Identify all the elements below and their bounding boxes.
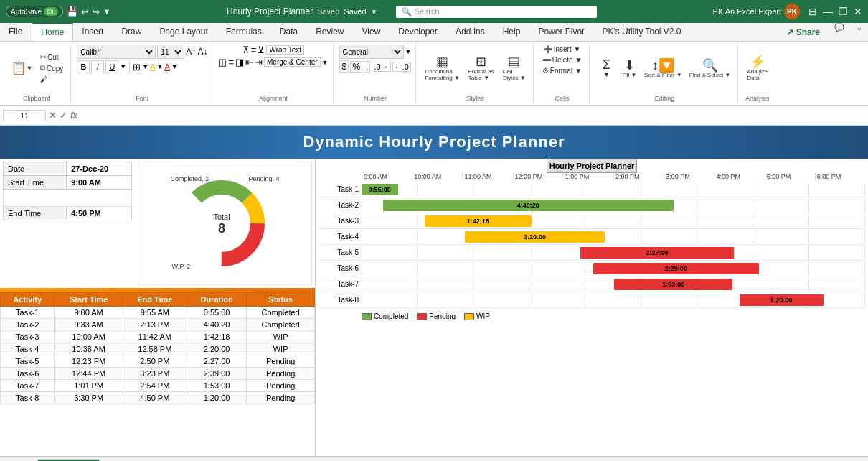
align-middle-icon[interactable]: ≡ (251, 45, 257, 55)
font-color-dropdown-icon[interactable]: ▼ (171, 63, 178, 70)
copy-button[interactable]: ⧉ Copy (37, 63, 66, 73)
align-right-icon[interactable]: ◨ (235, 57, 244, 67)
number-format-select[interactable]: General (339, 45, 404, 59)
font-size-select[interactable]: 11 (157, 45, 184, 59)
tab-developer[interactable]: Developer (390, 23, 447, 41)
cancel-formula-icon[interactable]: ✕ (49, 110, 57, 121)
end-time-value[interactable]: 4:50 PM (67, 207, 132, 220)
format-painter-button[interactable]: 🖌 (37, 75, 66, 84)
task-row-7[interactable]: Task-71:01 PM2:54 PM1:53:00Pending (1, 380, 315, 392)
cut-button[interactable]: ✂ Cut (37, 52, 66, 62)
tab-formulas[interactable]: Formulas (217, 23, 271, 41)
formula-input[interactable] (80, 111, 865, 121)
percent-button[interactable]: % (350, 61, 362, 73)
confirm-formula-icon[interactable]: ✓ (60, 110, 67, 121)
info-table-wrap: Date 27-Dec-20 Start Time 9:00 AM End Ti… (0, 159, 135, 288)
task-row-8[interactable]: Task-83:30 PM4:50 PM1:20:00Pending (1, 392, 315, 404)
gantt-chart-tab[interactable]: Gantt Chart (37, 459, 100, 462)
saved-dropdown-icon[interactable]: ▼ (371, 8, 378, 16)
redo-icon[interactable]: ↪ (92, 6, 100, 17)
delete-button[interactable]: ➖ Delete ▼ (539, 55, 585, 65)
border-dropdown-icon[interactable]: ▼ (142, 63, 148, 70)
merge-dropdown-icon[interactable]: ▼ (322, 59, 329, 66)
font-color-button[interactable]: A (164, 62, 169, 71)
increase-font-icon[interactable]: A↑ (186, 47, 196, 57)
user-avatar[interactable]: PK (784, 4, 800, 19)
save-icon[interactable]: 💾 (66, 6, 78, 17)
ribbon-collapse-icon[interactable]: ⌄ (850, 23, 868, 41)
task-row-5[interactable]: Task-512:23 PM2:50 PM2:27:00Pending (1, 355, 315, 368)
merge-center-button[interactable]: Merge & Center (264, 57, 321, 67)
task-row-4[interactable]: Task-410:38 AM12:58 PM2:20:00WIP (1, 343, 315, 355)
decrease-font-icon[interactable]: A↓ (197, 47, 207, 57)
autosave-toggle[interactable]: AutoSave On (6, 6, 63, 17)
tab-page-layout[interactable]: Page Layout (151, 23, 217, 41)
sort-filter-button[interactable]: ↕🔽 Sort & Filter ▼ (641, 57, 684, 80)
insert-button[interactable]: ➕ Insert ▼ (541, 45, 584, 54)
tab-review[interactable]: Review (307, 23, 353, 41)
task-row-2[interactable]: Task-29:33 AM2:13 PM4:40:20Completed (1, 319, 315, 331)
increase-indent-icon[interactable]: ⇥ (255, 57, 263, 67)
underline-dropdown-icon[interactable]: ▼ (120, 63, 126, 70)
currency-button[interactable]: $ (339, 60, 349, 73)
comma-button[interactable]: , (364, 61, 370, 73)
decrease-indent-icon[interactable]: ⇤ (245, 57, 253, 67)
format-button[interactable]: ⚙ Format ▼ (539, 66, 585, 75)
border-button[interactable]: ⊞ (133, 62, 141, 73)
bold-button[interactable]: B (77, 60, 90, 73)
task-row-1[interactable]: Task-19:00 AM9:55 AM0:55:00Completed (1, 307, 315, 319)
minimize-icon[interactable]: — (823, 6, 833, 17)
tab-file[interactable]: File (0, 23, 32, 41)
tab-draw[interactable]: Draw (113, 23, 151, 41)
start-time-value[interactable]: 9:00 AM (67, 176, 132, 190)
tab-help[interactable]: Help (494, 23, 530, 41)
fill-button[interactable]: ⬇ Fill ▼ (618, 57, 640, 80)
increase-decimal-button[interactable]: .0→ (372, 62, 390, 72)
cell-reference-box[interactable]: 11 (3, 110, 46, 121)
legend-color-completed (362, 313, 372, 320)
sort-filter-icon: ↕🔽 (652, 59, 674, 72)
comment-icon[interactable]: 💬 (829, 23, 850, 41)
cell-styles-button[interactable]: ▤ CellStyles ▼ (500, 54, 529, 83)
tab-home[interactable]: Home (32, 22, 73, 41)
tab-view[interactable]: View (354, 23, 390, 41)
add-sheet-button[interactable]: + (101, 458, 118, 462)
format-as-table-button[interactable]: ⊞ Format asTable ▼ (466, 54, 497, 83)
align-top-icon[interactable]: ⊼ (242, 45, 250, 55)
share-button[interactable]: ↗ Share (778, 23, 829, 41)
fill-color-button[interactable]: A (150, 62, 155, 71)
quick-access-more-icon[interactable]: ▼ (103, 7, 110, 16)
italic-button[interactable]: I (91, 60, 104, 73)
insert-function-icon[interactable]: fx (70, 110, 77, 121)
task-row-3[interactable]: Task-310:00 AM11:42 AM1:42:18WIP (1, 331, 315, 343)
date-value[interactable]: 27-Dec-20 (67, 162, 132, 176)
gantt-row-task-3: Task-31:42:18 (319, 213, 865, 229)
ribbon-display-icon[interactable]: ⊟ (808, 6, 817, 17)
fill-color-dropdown-icon[interactable]: ▼ (157, 63, 164, 70)
undo-icon[interactable]: ↩ (81, 6, 89, 17)
autosum-button[interactable]: Σ ▼ (595, 57, 617, 80)
tab-add-ins[interactable]: Add-ins (447, 23, 494, 41)
align-center-icon[interactable]: ≡ (228, 57, 234, 67)
paste-button[interactable]: 📋 ▼ (7, 60, 36, 76)
close-icon[interactable]: ✕ (854, 6, 862, 17)
tab-pk-utility[interactable]: PK's Utility Tool V2.0 (593, 23, 690, 41)
number-format-dropdown-icon[interactable]: ▼ (405, 48, 412, 55)
underline-button[interactable]: U (105, 60, 118, 73)
align-bottom-icon[interactable]: ⊻ (258, 45, 265, 55)
gantt-legend: CompletedPendingWIP (319, 308, 865, 325)
conditional-formatting-button[interactable]: ▦ ConditionalFormatting ▼ (422, 54, 462, 83)
tab-insert[interactable]: Insert (73, 23, 113, 41)
tab-data[interactable]: Data (271, 23, 307, 41)
search-bar[interactable]: 🔍 Search (396, 6, 597, 18)
formula-bar: 11 ✕ ✓ fx (0, 106, 868, 126)
analyze-data-button[interactable]: ⚡ AnalyzeData (744, 54, 770, 83)
align-left-icon[interactable]: ◫ (218, 57, 227, 67)
font-family-select[interactable]: Calibri (77, 45, 156, 59)
wrap-text-button[interactable]: Wrap Text (266, 45, 304, 55)
task-row-6[interactable]: Task-612:44 PM3:23 PM2:39:00Pending (1, 368, 315, 380)
find-select-button[interactable]: 🔍 Find & Select ▼ (687, 57, 734, 80)
restore-icon[interactable]: ❐ (839, 6, 848, 17)
decrease-decimal-button[interactable]: ←.0 (392, 62, 411, 72)
tab-power-pivot[interactable]: Power Pivot (529, 23, 593, 41)
